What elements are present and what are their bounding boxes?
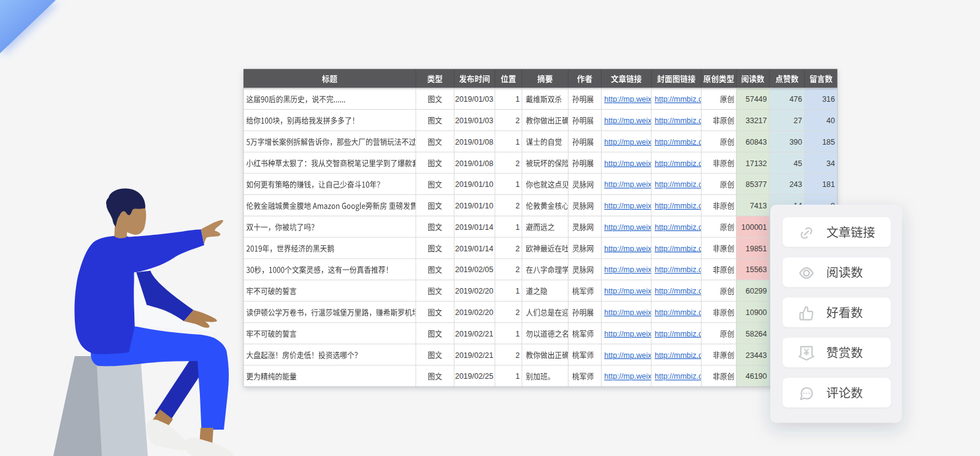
svg-text:1: 1 — [516, 138, 520, 146]
svg-text:2: 2 — [516, 202, 520, 210]
svg-text:34: 34 — [827, 159, 835, 168]
svg-text:7413: 7413 — [750, 202, 767, 210]
svg-text:40: 40 — [827, 116, 835, 125]
svg-text:476: 476 — [789, 95, 802, 104]
svg-text:57449: 57449 — [746, 95, 767, 104]
svg-text:2019/02/05: 2019/02/05 — [455, 265, 494, 274]
svg-text:2019/02/21: 2019/02/21 — [455, 351, 494, 360]
svg-text:27: 27 — [794, 116, 802, 125]
svg-text:2019/02/20: 2019/02/20 — [455, 308, 494, 317]
svg-text:390: 390 — [789, 138, 802, 146]
svg-text:243: 243 — [789, 180, 802, 189]
svg-text:181: 181 — [822, 180, 835, 189]
svg-text:2019/01/10: 2019/01/10 — [455, 202, 494, 210]
svg-text:1: 1 — [516, 180, 520, 189]
svg-text:1: 1 — [516, 330, 520, 338]
svg-text:2019/01/14: 2019/01/14 — [455, 223, 494, 232]
svg-text:2: 2 — [516, 265, 520, 274]
svg-text:2: 2 — [516, 351, 520, 360]
svg-text:2019/01/14: 2019/01/14 — [455, 245, 494, 253]
svg-text:2019/02/25: 2019/02/25 — [455, 372, 494, 381]
svg-text:2019/01/03: 2019/01/03 — [455, 116, 494, 125]
svg-text:23443: 23443 — [746, 351, 767, 360]
svg-text:1: 1 — [516, 287, 520, 295]
svg-text:1: 1 — [516, 223, 520, 232]
svg-text:33217: 33217 — [746, 116, 767, 125]
svg-text:316: 316 — [822, 95, 835, 104]
svg-text:60843: 60843 — [746, 138, 767, 146]
svg-text:85377: 85377 — [746, 180, 767, 189]
svg-text:2: 2 — [516, 116, 520, 125]
svg-text:2019/01/08: 2019/01/08 — [455, 138, 494, 146]
svg-text:2019/01/10: 2019/01/10 — [455, 180, 494, 189]
svg-text:46190: 46190 — [746, 372, 767, 381]
svg-text:2019/02/20: 2019/02/20 — [455, 287, 494, 295]
svg-text:10900: 10900 — [746, 308, 767, 317]
svg-text:1: 1 — [516, 372, 520, 381]
svg-text:19851: 19851 — [746, 245, 767, 253]
svg-text:2: 2 — [516, 245, 520, 253]
svg-text:45: 45 — [794, 159, 802, 168]
svg-text:2019/02/21: 2019/02/21 — [455, 330, 494, 338]
svg-text:17132: 17132 — [746, 159, 767, 168]
svg-text:60299: 60299 — [746, 287, 767, 295]
svg-text:2019/01/03: 2019/01/03 — [455, 95, 494, 104]
svg-text:15563: 15563 — [746, 265, 767, 274]
svg-text:1: 1 — [516, 95, 520, 104]
svg-text:100001: 100001 — [741, 223, 767, 232]
svg-text:2: 2 — [516, 159, 520, 168]
svg-text:58264: 58264 — [746, 330, 767, 338]
svg-text:2: 2 — [516, 308, 520, 317]
svg-text:185: 185 — [822, 138, 835, 146]
svg-text:2019/01/08: 2019/01/08 — [455, 159, 494, 168]
